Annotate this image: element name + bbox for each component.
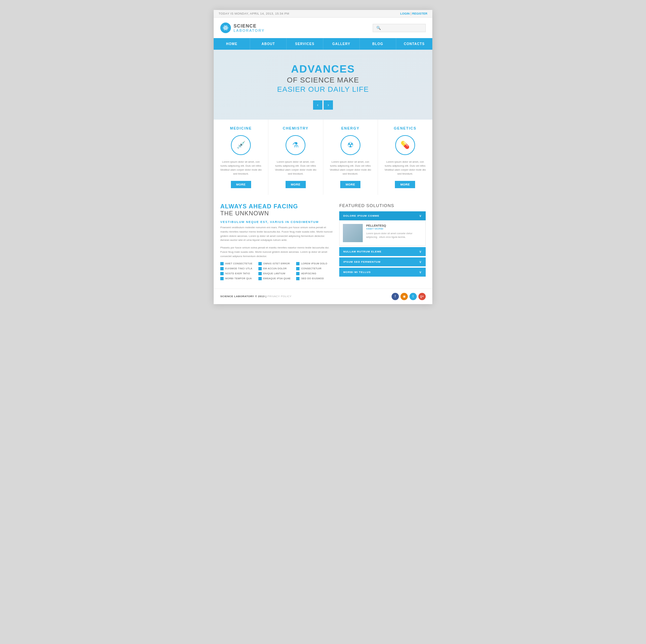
- googleplus-icon[interactable]: g+: [418, 293, 426, 300]
- list-label-10: EMEAQUE IPSA QUAE: [263, 277, 291, 280]
- logo-icon: [220, 22, 231, 33]
- top-bar: TODAY IS MONDAY, APRIL 14, 2013, 15:34 P…: [214, 10, 432, 18]
- chevron-down-icon-0: ∨: [419, 214, 422, 218]
- accordion-header-2[interactable]: IPSUM SED FERMENTUM ∨: [339, 257, 426, 266]
- solutions-label: SOLUTIONS: [365, 203, 394, 208]
- search-icon: 🔍: [376, 26, 381, 30]
- twitter-icon[interactable]: t: [410, 293, 417, 300]
- accordion-header-0[interactable]: DOLORE IPSUM COMME ∨: [339, 211, 426, 220]
- list-label-0: AMET CONSECTETUE: [225, 262, 252, 265]
- hero-title-1: ADVANCES: [291, 63, 355, 75]
- accordion-image-0: [343, 224, 363, 242]
- list-label-1: OMNIS ISTET ERROR: [263, 262, 290, 265]
- list-item-2: LOREM IPSUM DOLO: [296, 262, 333, 265]
- nav-about[interactable]: ABOUT: [250, 38, 287, 50]
- accordion-header-3[interactable]: MORBI MI TELLUS ∨: [339, 268, 426, 277]
- accordion-label-1: NULLAM RUTRUM ELEME: [343, 250, 382, 253]
- accordion-label-2: IPSUM SED FERMENTUM: [343, 260, 381, 263]
- hero-arrows: ‹ ›: [313, 100, 333, 110]
- list-item-11: SED DO EIUSMOD: [296, 277, 333, 280]
- footer-brand: SCIENCE LABORATORY: [220, 295, 254, 298]
- atom-icon: [223, 25, 229, 31]
- acc-title-0: PELLENTESQ: [366, 224, 422, 227]
- privacy-link[interactable]: PRIVACY POLICY: [267, 295, 292, 298]
- card-chemistry-text: Lorem ipsum dolor sit amet, con turetu a…: [273, 160, 318, 176]
- search-box[interactable]: 🔍: [373, 24, 426, 32]
- card-energy-title: ENERGY: [328, 126, 373, 130]
- page-wrapper: TODAY IS MONDAY, APRIL 14, 2013, 15:34 P…: [214, 10, 432, 304]
- left-para-2: Phaselu por fusce smium soina penati et …: [220, 246, 333, 258]
- card-genetics-btn[interactable]: MORE: [395, 181, 415, 188]
- list-label-8: ADIPISCING: [301, 272, 316, 275]
- list-item-9: MORBI TEMPOR QUA: [220, 277, 257, 280]
- social-icons: f ◉ t g+: [392, 293, 426, 300]
- search-input[interactable]: [381, 26, 427, 30]
- accordion-content-0: PELLENTESQ HABIT MORBI Lorem ipsum dolor…: [339, 220, 426, 246]
- card-energy-btn[interactable]: MORE: [340, 181, 360, 188]
- acc-subtitle-0: HABIT MORBI: [366, 227, 422, 230]
- list-label-3: EUISMOD TINCI UTLA: [225, 267, 252, 270]
- lower-section: ALWAYS AHEAD FACING THE UNKNOWN VESTIBUL…: [214, 195, 432, 289]
- footer-year: © 2013: [255, 295, 265, 298]
- nav-blog[interactable]: BLOG: [360, 38, 396, 50]
- left-column: ALWAYS AHEAD FACING THE UNKNOWN VESTIBUL…: [220, 203, 333, 280]
- bullet-8: [296, 272, 300, 275]
- list-label-6: NOSTD EXER TATIO: [225, 272, 250, 275]
- nav-gallery[interactable]: GALLERY: [323, 38, 360, 50]
- acc-body-0: Lorem ipsum dolor sit amet consete ctetu…: [366, 232, 422, 239]
- logo-science: SCIENCE: [233, 23, 265, 28]
- card-genetics-text: Lorem ipsum dolor sit amet, con turetu a…: [383, 160, 427, 176]
- left-para-1: Praesent vestibulum molestie nonumm eni …: [220, 226, 333, 242]
- footer-sep: |: [266, 295, 267, 298]
- featured-heading: FEATURED SOLUTIONS: [339, 203, 426, 208]
- list-item-6: NOSTD EXER TATIO: [220, 272, 257, 275]
- nav-services[interactable]: SERVICES: [287, 38, 323, 50]
- list-label-2: LOREM IPSUM DOLO: [301, 262, 327, 265]
- bullet-11: [296, 277, 300, 280]
- facebook-icon[interactable]: f: [392, 293, 399, 300]
- footer-text: SCIENCE LABORATORY © 2013 | PRIVACY POLI…: [220, 295, 292, 298]
- energy-icon: ☢: [341, 135, 360, 155]
- bullet-10: [258, 277, 262, 280]
- accordion-text-0: PELLENTESQ HABIT MORBI Lorem ipsum dolor…: [366, 224, 422, 242]
- footer: SCIENCE LABORATORY © 2013 | PRIVACY POLI…: [214, 289, 432, 304]
- hero-title-3: EASIER OUR DAILY LIFE: [277, 85, 369, 94]
- date-display: TODAY IS MONDAY, APRIL 14, 2013, 15:34 P…: [219, 12, 289, 15]
- card-medicine-btn[interactable]: MORE: [231, 181, 251, 188]
- auth-links: LOGIN | REGISTER: [400, 12, 427, 15]
- left-heading-2: THE UNKNOWN: [220, 210, 333, 217]
- bullet-5: [296, 267, 300, 270]
- hero-section: ADVANCES OF SCIENCE MAKE EASIER OUR DAIL…: [214, 50, 432, 120]
- register-link[interactable]: REGISTER: [412, 12, 427, 15]
- login-link[interactable]: LOGIN: [400, 12, 410, 15]
- card-genetics: GENETICS 💊 Lorem ipsum dolor sit amet, c…: [378, 120, 432, 195]
- list-item-8: ADIPISCING: [296, 272, 333, 275]
- card-chemistry-btn[interactable]: MORE: [286, 181, 306, 188]
- svg-point-0: [225, 27, 226, 28]
- bullet-0: [220, 262, 224, 265]
- list-item-3: EUISMOD TINCI UTLA: [220, 267, 257, 270]
- next-arrow[interactable]: ›: [324, 100, 333, 110]
- prev-arrow[interactable]: ‹: [313, 100, 322, 110]
- list-item-7: ENIQUE LANTIUM: [258, 272, 295, 275]
- bullet-4: [258, 267, 262, 270]
- list-label-11: SED DO EIUSMOD: [301, 277, 324, 280]
- main-nav: HOME ABOUT SERVICES GALLERY BLOG CONTACT…: [214, 38, 432, 50]
- nav-contacts[interactable]: CONTACTS: [396, 38, 432, 50]
- hero-title-2: OF SCIENCE MAKE: [287, 76, 359, 85]
- list-item-4: EM ACCUN DOLOR: [258, 267, 295, 270]
- list-item-1: OMNIS ISTET ERROR: [258, 262, 295, 265]
- logo-laboratory: LABORATORY: [233, 28, 265, 32]
- rss-icon[interactable]: ◉: [401, 293, 408, 300]
- bullet-6: [220, 272, 224, 275]
- list-label-7: ENIQUE LANTIUM: [263, 272, 286, 275]
- left-heading-1: ALWAYS AHEAD FACING: [220, 203, 333, 210]
- accordion-item-0: DOLORE IPSUM COMME ∨ PELLENTESQ HABIT MO…: [339, 211, 426, 246]
- accordion-header-1[interactable]: NULLAM RUTRUM ELEME ∨: [339, 247, 426, 256]
- genetics-icon: 💊: [395, 135, 415, 155]
- nav-home[interactable]: HOME: [214, 38, 250, 50]
- card-energy-text: Lorem ipsum dolor sit amet, con turetu a…: [328, 160, 373, 176]
- feature-list: AMET CONSECTETUE OMNIS ISTET ERROR LOREM…: [220, 262, 333, 280]
- accordion-item-3: MORBI MI TELLUS ∨: [339, 268, 426, 277]
- card-genetics-title: GENETICS: [383, 126, 427, 130]
